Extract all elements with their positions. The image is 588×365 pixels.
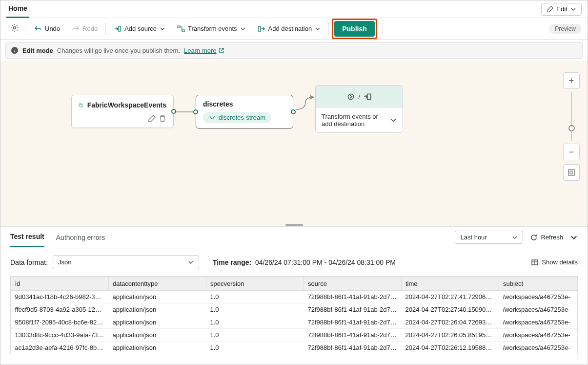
table-cell: 72f988bf-86f1-41af-91ab-2d7cd01 <box>304 303 402 316</box>
gear-icon <box>10 23 19 32</box>
source-node[interactable]: FabricWorkspaceEvents <box>71 95 174 128</box>
add-source-icon <box>114 25 122 33</box>
time-range-select[interactable]: Last hour <box>455 231 523 244</box>
learn-more-link[interactable]: Learn more <box>184 47 224 54</box>
edit-button[interactable]: Edit <box>541 3 582 16</box>
transform-label: Transform events <box>188 25 237 32</box>
table-cell: 72f988bf-86f1-41af-91ab-2d7cd01 <box>304 291 402 303</box>
redo-label: Redo <box>82 25 98 32</box>
table-cell: ac1a2d3e-aefa-4216-97fc-8b43d70 <box>11 342 109 354</box>
svg-point-9 <box>348 94 354 99</box>
destination-node[interactable]: / Transform events or add destination <box>315 85 403 133</box>
svg-rect-3 <box>182 30 184 32</box>
refresh-button[interactable]: Refresh <box>530 234 563 241</box>
col-dct[interactable]: datacontenttype <box>109 277 206 291</box>
zoom-out-button[interactable]: − <box>563 144 580 160</box>
col-time[interactable]: time <box>402 277 499 291</box>
tab-home[interactable]: Home <box>6 0 29 18</box>
table-cell: 72f988bf-86f1-41af-91ab-2d7cd01 <box>304 342 402 354</box>
tab-authoring-errors[interactable]: Authoring errors <box>56 228 105 247</box>
stream-node[interactable]: discretes discretes-stream <box>196 95 293 129</box>
table-cell: 9d0341ac-f18b-4c26-b982-35a1d1f <box>11 291 109 303</box>
col-src[interactable]: source <box>304 277 402 291</box>
stream-node-title: discretes <box>203 100 233 108</box>
add-source-button[interactable]: Add source <box>109 22 170 36</box>
pencil-icon[interactable] <box>148 115 156 123</box>
add-destination-button[interactable]: Add destination <box>253 22 326 36</box>
add-source-label: Add source <box>124 25 157 32</box>
format-select[interactable]: Json <box>53 255 199 269</box>
format-value: Json <box>58 258 71 266</box>
undo-button[interactable]: Undo <box>29 22 65 36</box>
chevron-down-icon <box>512 235 518 240</box>
svg-rect-13 <box>532 260 538 265</box>
output-port[interactable] <box>291 109 296 114</box>
svg-rect-12 <box>570 171 573 174</box>
table-cell: 2024-04-27T02:26:12.1958849Z <box>402 342 499 354</box>
publish-button[interactable]: Publish <box>334 21 375 37</box>
table-cell: 72f988bf-86f1-41af-91ab-2d7cd01 <box>304 329 402 342</box>
destination-text-1: Transform events or <box>322 113 378 120</box>
svg-point-0 <box>14 27 16 29</box>
table-cell: 72f988bf-86f1-41af-91ab-2d7cd01 <box>304 354 402 355</box>
flow-canvas[interactable]: FabricWorkspaceEvents discretes discrete… <box>0 61 588 227</box>
svg-rect-1 <box>119 26 121 31</box>
refresh-icon <box>530 234 538 241</box>
table-header-row: id datacontenttype specversion source ti… <box>11 277 577 291</box>
table-row[interactable]: 9508f1f7-2095-40c8-bc6e-82bc942applicati… <box>11 316 577 329</box>
info-message: Changes will go live once you publish th… <box>57 47 180 54</box>
table-row[interactable]: 13033d8c-9ccc-4d33-9afa-73f5c95applicati… <box>11 329 577 342</box>
table-row[interactable]: 592647e8-8d28-4586-be01-46df52applicatio… <box>11 354 577 355</box>
table-cell: ffecf9d5-8703-4a92-a305-12a423b <box>11 303 109 316</box>
time-range-display: Time range: 04/26/24 07:31:00 PM - 04/26… <box>213 258 396 266</box>
table-row[interactable]: 9d0341ac-f18b-4c26-b982-35a1d1fapplicati… <box>11 291 577 303</box>
table-cell: /workspaces/a467253e- <box>499 342 577 354</box>
table-row[interactable]: ffecf9d5-8703-4a92-a305-12a423bapplicati… <box>11 303 577 316</box>
col-subj[interactable]: subject <box>499 277 577 291</box>
redo-icon <box>72 25 80 33</box>
trash-icon[interactable] <box>159 115 166 123</box>
table-row[interactable]: ac1a2d3e-aefa-4216-97fc-8b43d70applicati… <box>11 342 577 354</box>
zoom-slider[interactable] <box>571 92 572 141</box>
chevron-down-icon <box>188 259 194 265</box>
time-range-value: Last hour <box>460 234 487 241</box>
show-details-button[interactable]: Show details <box>531 258 578 266</box>
zoom-controls: + − <box>563 72 580 181</box>
table-cell: 1.0 <box>206 342 304 354</box>
zoom-thumb[interactable] <box>568 125 575 131</box>
separator <box>382 23 383 35</box>
tab-test-result[interactable]: Test result <box>10 227 44 247</box>
results-table[interactable]: id datacontenttype specversion source ti… <box>10 276 578 354</box>
settings-button[interactable] <box>6 21 23 37</box>
show-details-label: Show details <box>542 258 578 266</box>
table-cell: 2024-04-27T02:27:40.1509061Z <box>402 303 499 316</box>
add-destination-label: Add destination <box>268 25 312 32</box>
add-destination-icon <box>258 25 265 33</box>
col-id[interactable]: id <box>11 277 109 291</box>
output-port[interactable] <box>171 109 176 114</box>
input-port[interactable] <box>193 109 198 114</box>
svg-rect-11 <box>568 170 574 175</box>
fit-button[interactable] <box>563 164 580 181</box>
pencil-icon <box>547 6 553 13</box>
destination-icon <box>363 92 372 101</box>
table-cell: 13033d8c-9ccc-4d33-9afa-73f5c95 <box>11 329 109 342</box>
learn-more-label: Learn more <box>184 47 216 54</box>
table-cell: 2024-04-27T02:27:41.7290687Z <box>402 291 499 303</box>
chevron-down-icon[interactable] <box>570 234 578 241</box>
table-cell: 1.0 <box>206 303 304 316</box>
panel-resize-handle[interactable] <box>285 224 303 226</box>
chevron-down-icon[interactable] <box>390 117 397 124</box>
edit-button-label: Edit <box>556 5 568 13</box>
table-cell: 2024-04-27T02:26:04.7269354Z <box>402 316 499 329</box>
col-spec[interactable]: specversion <box>206 277 304 291</box>
zoom-in-button[interactable]: + <box>563 72 580 89</box>
format-row: Data format: Json Time range: 04/26/24 0… <box>0 248 588 276</box>
external-link-icon <box>219 47 224 53</box>
table-cell: 1.0 <box>206 316 304 329</box>
table-cell: 592647e8-8d28-4586-be01-46df52 <box>11 354 109 355</box>
stream-chip[interactable]: discretes-stream <box>203 112 271 123</box>
table-cell: application/json <box>109 342 206 354</box>
transform-events-button[interactable]: Transform events <box>172 22 251 36</box>
table-cell: application/json <box>109 303 206 316</box>
